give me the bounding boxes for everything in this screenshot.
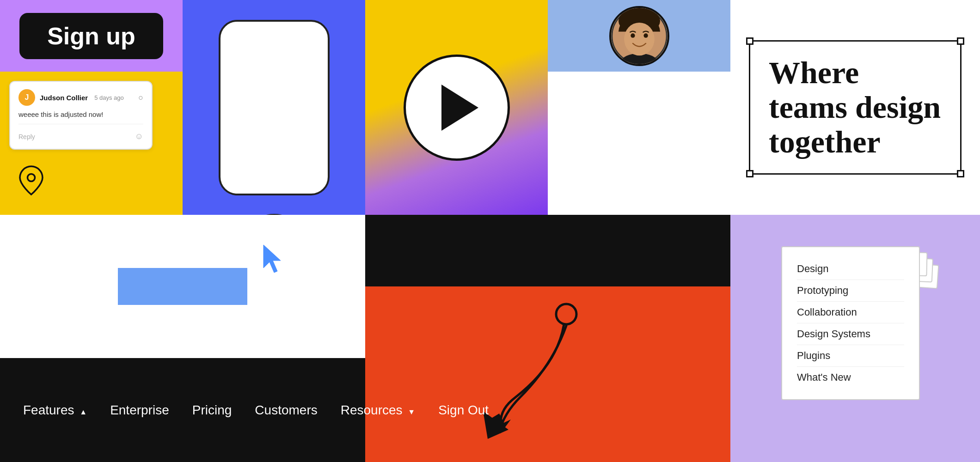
avatar — [609, 6, 669, 66]
feature-card-front: Design Prototyping Collaboration Design … — [781, 246, 920, 400]
feature-item-design[interactable]: Design — [797, 258, 904, 280]
nav-item-enterprise[interactable]: Enterprise — [110, 403, 169, 418]
corner-handle-br — [957, 170, 964, 177]
corner-handle-tr — [957, 37, 964, 45]
svg-point-5 — [643, 33, 648, 37]
feature-item-prototyping[interactable]: Prototyping — [797, 280, 904, 302]
play-icon — [441, 85, 478, 131]
signup-cell: Sign up — [0, 0, 183, 72]
location-pin-icon — [18, 165, 44, 201]
comment-footer: Reply ☺ — [18, 132, 143, 141]
tagline-box: Where teams design together — [749, 40, 962, 174]
svg-marker-9 — [263, 245, 281, 273]
corner-handle-tl — [746, 37, 753, 45]
nav-bar: Features ▲ Enterprise Pricing Customers … — [0, 358, 365, 462]
path-cell — [365, 286, 730, 462]
nav-item-pricing[interactable]: Pricing — [192, 403, 232, 418]
feature-card-stack: Design Prototyping Collaboration Design … — [781, 246, 929, 431]
features-arrow-icon: ▲ — [80, 408, 87, 416]
signup-button[interactable]: Sign up — [19, 13, 163, 59]
feature-item-design-systems[interactable]: Design Systems — [797, 323, 904, 345]
nav-item-resources[interactable]: Resources ▼ — [341, 403, 415, 418]
feature-item-collaboration[interactable]: Collaboration — [797, 302, 904, 323]
comment-header: J Judson Collier 5 days ago ○ — [18, 89, 143, 106]
play-button[interactable] — [404, 55, 510, 161]
corner-handle-bl — [746, 170, 753, 177]
tagline-text: Where teams design together — [769, 55, 942, 159]
comment-time: 5 days ago — [94, 94, 124, 101]
play-cell — [365, 0, 548, 215]
phone-mockup — [219, 20, 330, 195]
cursor-cell — [0, 215, 365, 358]
phone-mockup-cell — [183, 0, 365, 215]
path-illustration — [474, 296, 622, 453]
comment-reply-label[interactable]: Reply — [18, 133, 35, 140]
cursor-arrow-icon — [261, 243, 289, 275]
comment-emoji-icon[interactable]: ☺ — [135, 132, 143, 141]
nav-item-signout[interactable]: Sign Out — [438, 403, 489, 418]
comment-card: J Judson Collier 5 days ago ○ weeee this… — [9, 81, 153, 150]
svg-point-6 — [28, 174, 35, 182]
comment-text: weeee this is adjusted now! — [18, 110, 143, 124]
comment-check-icon: ○ — [138, 93, 143, 103]
comment-avatar: J — [18, 89, 35, 106]
svg-point-10 — [556, 304, 576, 324]
comment-cell: J Judson Collier 5 days ago ○ weeee this… — [0, 72, 183, 215]
features-cell: Design Prototyping Collaboration Design … — [730, 215, 980, 462]
comment-author: Judson Collier — [40, 94, 88, 102]
nav-item-features[interactable]: Features ▲ — [23, 403, 87, 418]
avatar-cell — [548, 0, 730, 72]
feature-item-whats-new[interactable]: What's New — [797, 367, 904, 388]
tagline-cell: Where teams design together — [730, 0, 980, 215]
avatar-illustration — [611, 8, 668, 64]
feature-item-plugins[interactable]: Plugins — [797, 345, 904, 367]
nav-item-customers[interactable]: Customers — [255, 403, 317, 418]
svg-point-4 — [631, 33, 635, 37]
svg-point-3 — [624, 22, 655, 55]
blue-rectangle — [118, 268, 247, 305]
resources-arrow-icon: ▼ — [408, 408, 415, 416]
black-cell — [365, 215, 730, 286]
